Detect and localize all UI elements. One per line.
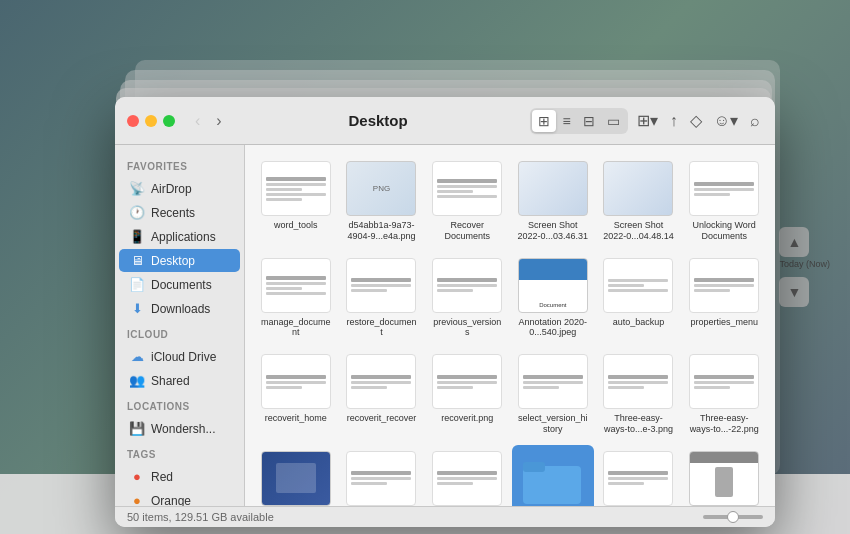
sidebar-item-label: Wondersh... [151, 422, 215, 436]
file-item[interactable]: word_tools [255, 155, 337, 248]
file-thumbnail [603, 451, 673, 506]
forward-button[interactable]: › [212, 110, 225, 132]
gallery-view-button[interactable]: ▭ [601, 110, 626, 132]
sidebar-item-recents[interactable]: 🕐 Recents [119, 201, 240, 224]
slider-track [703, 515, 763, 519]
sidebar-item-wondersh[interactable]: 💾 Wondersh... [119, 417, 240, 440]
file-item[interactable]: browse_version_menu [426, 445, 508, 506]
scroll-down-button[interactable]: ▼ [779, 277, 809, 307]
file-item[interactable]: Document Annotation 2020-0...540.jpeg [512, 252, 594, 345]
file-name: Screen Shot 2022-0...04.48.14 [602, 220, 674, 242]
sidebar-item-documents[interactable]: 📄 Documents [119, 273, 240, 296]
slider-thumb [727, 511, 739, 523]
file-item[interactable]: finder_gotofolder [683, 445, 765, 506]
close-button[interactable] [127, 115, 139, 127]
folder-icon [523, 456, 583, 506]
file-item[interactable]: Screen Shot 2022-0...04.48.14 [598, 155, 680, 248]
search-button[interactable]: ⌕ [747, 109, 763, 133]
file-item[interactable]: recoverit.png [426, 348, 508, 441]
file-name: Annotation 2020-0...540.jpeg [517, 317, 589, 339]
file-thumbnail: Document [518, 258, 588, 313]
file-thumbnail [518, 354, 588, 409]
window-controls [127, 115, 175, 127]
column-view-button[interactable]: ⊟ [577, 110, 601, 132]
sidebar-item-label: iCloud Drive [151, 350, 216, 364]
sidebar-item-red[interactable]: ● Red [119, 465, 240, 488]
file-item[interactable]: Screen Shot 2022-0...03.46.31 [512, 155, 594, 248]
file-item[interactable]: Three-easy-ways-to...e-3.png [598, 348, 680, 441]
file-thumbnail [261, 258, 331, 313]
downloads-icon: ⬇ [129, 301, 145, 316]
file-thumbnail [346, 354, 416, 409]
sidebar-item-icloud[interactable]: ☁ iCloud Drive [119, 345, 240, 368]
file-item[interactable]: select_version_history [512, 348, 594, 441]
file-thumbnail [689, 161, 759, 216]
file-name: word_tools [274, 220, 318, 231]
applications-icon: 📱 [129, 229, 145, 244]
sidebar-item-airdrop[interactable]: 📡 AirDrop [119, 177, 240, 200]
grid-view-button[interactable]: ⊞ [532, 110, 556, 132]
file-thumbnail [432, 451, 502, 506]
file-thumbnail [261, 161, 331, 216]
page-title: Desktop [234, 112, 523, 129]
scroll-up-button[interactable]: ▲ [779, 227, 809, 257]
sidebar: Favorites 📡 AirDrop 🕐 Recents 📱 Applicat… [115, 145, 245, 506]
list-view-button[interactable]: ≡ [556, 110, 576, 132]
back-button[interactable]: ‹ [191, 110, 204, 132]
red-tag-icon: ● [129, 469, 145, 484]
view-options-button[interactable]: ⊞▾ [634, 108, 661, 133]
file-name: Screen Shot 2022-0...03.46.31 [517, 220, 589, 242]
file-thumbnail [518, 451, 588, 506]
file-item[interactable]: Three-easy-ways-to...-22.png [683, 348, 765, 441]
tag-button[interactable]: ◇ [687, 108, 705, 133]
view-toggle: ⊞ ≡ ⊟ ▭ [530, 108, 627, 134]
file-name: manage_document [260, 317, 332, 339]
file-item[interactable]: properties_menu [683, 252, 765, 345]
file-thumbnail: PNG [346, 161, 416, 216]
file-item[interactable]: Unlocking Word Documents [683, 155, 765, 248]
finder-dialog: ‹ › Desktop ⊞ ≡ ⊟ ▭ ⊞▾ ↑ ◇ ☺▾ ⌕ Favorite… [115, 97, 775, 527]
file-item-recover-docs-mac[interactable]: Recover Documents Mac [512, 445, 594, 506]
file-name: select_version_history [517, 413, 589, 435]
file-name: previous_versions [431, 317, 503, 339]
file-thumbnail [261, 451, 331, 506]
sidebar-item-desktop[interactable]: 🖥 Desktop [119, 249, 240, 272]
file-item[interactable]: recoverit_home [255, 348, 337, 441]
file-item[interactable]: auto_backup [598, 252, 680, 345]
file-name: recoverit.png [441, 413, 493, 424]
minimize-button[interactable] [145, 115, 157, 127]
share-button[interactable]: ↑ [667, 109, 681, 133]
file-item[interactable]: version_history_mac [598, 445, 680, 506]
file-item[interactable]: previous_versions [426, 252, 508, 345]
today-label: Today (Now) [779, 259, 830, 269]
wondersh-icon: 💾 [129, 421, 145, 436]
file-item[interactable]: restore_document [341, 252, 423, 345]
file-name: Recover Documents [431, 220, 503, 242]
file-thumbnail [603, 354, 673, 409]
toolbar: ‹ › Desktop ⊞ ≡ ⊟ ▭ ⊞▾ ↑ ◇ ☺▾ ⌕ [115, 97, 775, 145]
sidebar-item-shared[interactable]: 👥 Shared [119, 369, 240, 392]
sidebar-item-orange[interactable]: ● Orange [119, 489, 240, 506]
sidebar-item-downloads[interactable]: ⬇ Downloads [119, 297, 240, 320]
file-thumbnail [432, 354, 502, 409]
file-thumbnail [346, 258, 416, 313]
file-item[interactable]: version_history [255, 445, 337, 506]
emoji-button[interactable]: ☺▾ [711, 108, 741, 133]
file-item[interactable]: Recover Documents [426, 155, 508, 248]
sidebar-item-label: Orange [151, 494, 191, 507]
sidebar-item-applications[interactable]: 📱 Applications [119, 225, 240, 248]
file-area: word_tools PNG d54abb1a-9a73-4904-9...e4… [245, 145, 775, 506]
file-thumbnail [261, 354, 331, 409]
sidebar-item-label: Applications [151, 230, 216, 244]
file-item[interactable]: recoverit_recover [341, 348, 423, 441]
zoom-slider[interactable] [703, 515, 763, 519]
file-name: recoverit_recover [347, 413, 417, 424]
file-item[interactable]: manage_document [255, 252, 337, 345]
desktop-icon: 🖥 [129, 253, 145, 268]
file-item[interactable]: Wondershare-Recover...rive.jpeg [341, 445, 423, 506]
icloud-icon: ☁ [129, 349, 145, 364]
file-item[interactable]: PNG d54abb1a-9a73-4904-9...e4a.png [341, 155, 423, 248]
maximize-button[interactable] [163, 115, 175, 127]
tags-label: Tags [115, 441, 244, 464]
recents-icon: 🕐 [129, 205, 145, 220]
